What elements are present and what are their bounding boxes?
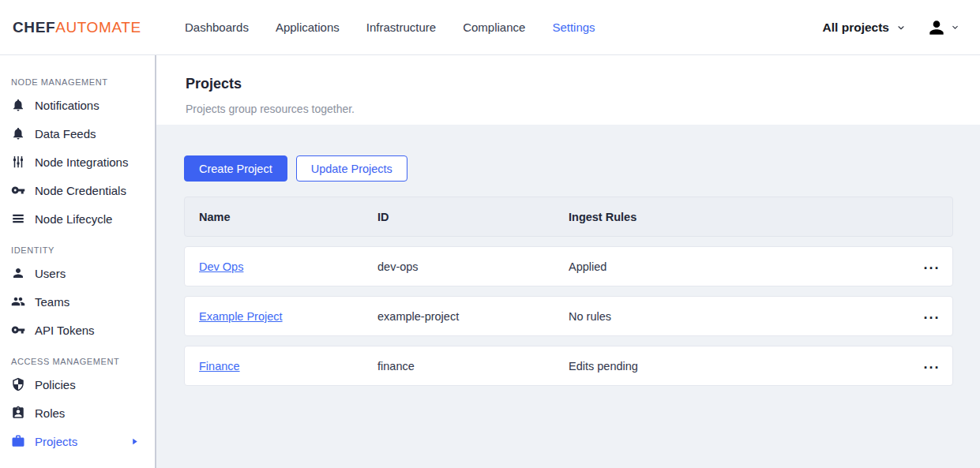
sidebar-item-label: Data Feeds xyxy=(35,127,96,140)
sidebar-item-projects[interactable]: Projects xyxy=(0,427,155,455)
list-icon xyxy=(11,212,25,226)
sidebar-item-label: Teams xyxy=(35,295,69,309)
person-icon xyxy=(11,266,25,280)
project-id: finance xyxy=(377,360,569,373)
row-menu-button[interactable]: ... xyxy=(911,297,952,335)
projects-table-header: Name ID Ingest Rules xyxy=(184,197,953,237)
sliders-icon xyxy=(11,155,25,169)
nav-item-applications[interactable]: Applications xyxy=(276,21,340,34)
ellipsis-icon: ... xyxy=(923,307,940,321)
create-project-button[interactable]: Create Project xyxy=(184,155,287,182)
project-id: dev-ops xyxy=(377,260,569,273)
sidebar-item-label: Node Credentials xyxy=(35,184,126,197)
row-menu-button[interactable]: ... xyxy=(911,247,952,286)
column-header-name: Name xyxy=(185,211,377,223)
people-icon xyxy=(11,294,25,309)
table-row: Finance finance Edits pending ... xyxy=(184,346,953,386)
page-subtitle: Projects group resources together. xyxy=(186,103,980,115)
main-content: Projects Projects group resources togeth… xyxy=(156,55,980,468)
sidebar-item-label: Users xyxy=(35,267,66,280)
nav-item-settings[interactable]: Settings xyxy=(552,21,595,34)
user-menu[interactable] xyxy=(926,17,959,38)
key-icon xyxy=(11,183,25,197)
sidebar-section-node-management: NODE MANAGEMENT xyxy=(11,77,155,87)
briefcase-icon xyxy=(11,434,25,448)
key-icon xyxy=(11,323,25,337)
sidebar-item-api-tokens[interactable]: API Tokens xyxy=(0,316,155,344)
nav-item-dashboards[interactable]: Dashboards xyxy=(185,21,249,34)
sidebar-item-label: Projects xyxy=(35,435,77,448)
sidebar-item-notifications[interactable]: Notifications xyxy=(0,91,155,119)
chevron-down-icon xyxy=(896,23,906,32)
chevron-down-icon xyxy=(951,23,959,32)
row-menu-button[interactable]: ... xyxy=(911,346,952,385)
logo-chef-text: CHEF xyxy=(13,19,55,36)
navbar-right: All projects xyxy=(823,17,959,38)
nav-item-infrastructure[interactable]: Infrastructure xyxy=(366,21,436,34)
ingest-rules-status: Edits pending xyxy=(569,360,911,373)
ingest-rules-status: Applied xyxy=(569,260,911,273)
ellipsis-icon: ... xyxy=(923,357,940,371)
project-link-dev-ops[interactable]: Dev Ops xyxy=(199,260,243,273)
sidebar-item-label: Node Integrations xyxy=(35,155,128,169)
projects-filter-dropdown[interactable]: All projects xyxy=(823,21,906,35)
bell-icon xyxy=(11,98,25,112)
badge-icon xyxy=(11,406,25,420)
top-navbar: CHEFAUTOMATE Dashboards Applications Inf… xyxy=(0,0,980,55)
settings-sidebar: NODE MANAGEMENT Notifications Data Feeds… xyxy=(0,55,156,468)
sidebar-item-label: Node Lifecycle xyxy=(35,212,112,226)
column-header-id: ID xyxy=(377,211,569,223)
project-actions: Create Project Update Projects xyxy=(184,155,953,182)
sidebar-section-identity: IDENTITY xyxy=(11,245,155,255)
sidebar-item-node-integrations[interactable]: Node Integrations xyxy=(0,148,155,176)
project-link-finance[interactable]: Finance xyxy=(199,360,240,373)
page-header: Projects Projects group resources togeth… xyxy=(156,55,980,125)
table-row: Dev Ops dev-ops Applied ... xyxy=(184,246,953,286)
projects-panel: Create Project Update Projects Name ID I… xyxy=(156,125,980,386)
ellipsis-icon: ... xyxy=(923,257,940,271)
sidebar-item-label: API Tokens xyxy=(35,324,95,337)
nav-item-compliance[interactable]: Compliance xyxy=(463,21,525,34)
projects-table: Name ID Ingest Rules Dev Ops dev-ops App… xyxy=(184,197,953,386)
sidebar-section-access-management: ACCESS MANAGEMENT xyxy=(11,357,155,366)
sidebar-item-node-lifecycle[interactable]: Node Lifecycle xyxy=(0,204,155,233)
ingest-rules-status: No rules xyxy=(569,310,911,323)
user-avatar-icon xyxy=(926,17,947,38)
sidebar-item-node-credentials[interactable]: Node Credentials xyxy=(0,176,155,204)
sidebar-item-label: Notifications xyxy=(35,99,100,112)
project-link-example-project[interactable]: Example Project xyxy=(199,310,283,323)
app-shell: NODE MANAGEMENT Notifications Data Feeds… xyxy=(0,55,980,468)
sidebar-item-label: Policies xyxy=(35,378,76,391)
arrow-right-icon[interactable] xyxy=(130,437,139,446)
logo-automate-text: AUTOMATE xyxy=(55,19,141,36)
sidebar-item-roles[interactable]: Roles xyxy=(0,399,155,427)
sidebar-item-policies[interactable]: Policies xyxy=(0,370,155,399)
page-title: Projects xyxy=(186,76,980,92)
project-id: example-project xyxy=(377,310,569,323)
sidebar-item-label: Roles xyxy=(35,406,65,420)
sidebar-item-data-feeds[interactable]: Data Feeds xyxy=(0,119,155,148)
main-nav: Dashboards Applications Infrastructure C… xyxy=(185,21,595,34)
column-header-ingest-rules: Ingest Rules xyxy=(569,211,952,223)
sidebar-item-teams[interactable]: Teams xyxy=(0,287,155,316)
table-row: Example Project example-project No rules… xyxy=(184,296,953,336)
projects-filter-label: All projects xyxy=(823,21,889,35)
sidebar-item-users[interactable]: Users xyxy=(0,259,155,287)
bell-icon xyxy=(11,126,25,140)
chef-automate-logo[interactable]: CHEFAUTOMATE xyxy=(13,19,156,36)
shield-icon xyxy=(11,377,25,391)
update-projects-button[interactable]: Update Projects xyxy=(296,155,407,182)
